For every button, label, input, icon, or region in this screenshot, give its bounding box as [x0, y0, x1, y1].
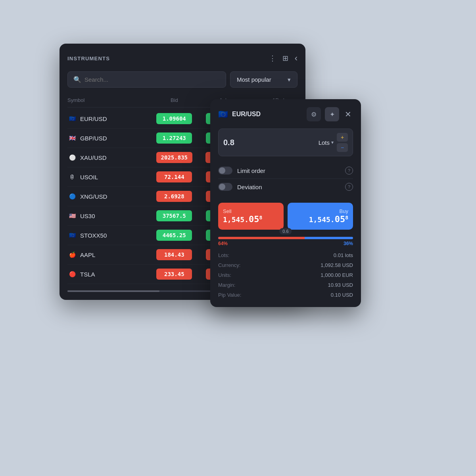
stepper-minus-button[interactable]: − — [337, 143, 348, 152]
trading-panel: 🇪🇺 EUR/USD ⚙ ✦ ✕ 0.8 Lots ▾ + − — [210, 99, 361, 307]
symbol-cell: 🇪🇺 STOXX50 — [67, 230, 150, 240]
sentiment-sell-pct: 64% — [218, 241, 228, 246]
lot-type-arrow-icon: ▾ — [331, 140, 334, 145]
sparkle-button[interactable]: ✦ — [325, 107, 339, 121]
header-icons: ⋮ ⊞ ‹ — [269, 53, 298, 63]
bid-cell: 1.27243 — [150, 132, 199, 144]
flag-icon: 🇬🇧 — [67, 133, 77, 143]
bid-price[interactable]: 1.27243 — [156, 132, 192, 144]
deviation-toggle[interactable] — [218, 183, 232, 191]
grid-icon[interactable]: ⊞ — [282, 54, 288, 63]
bid-cell: 184.43 — [150, 249, 199, 260]
scrollbar-thumb[interactable] — [67, 290, 159, 292]
info-label: Units: — [218, 271, 286, 279]
close-icon: ✕ — [345, 110, 351, 119]
info-value: 10.93 USD — [286, 281, 353, 289]
info-value: 0.01 lots — [286, 251, 353, 259]
buy-button[interactable]: Buy 1,545.058 — [288, 203, 353, 230]
bid-price[interactable]: 233.45 — [156, 269, 192, 280]
deviation-info-icon[interactable]: ? — [345, 183, 353, 191]
lot-value[interactable]: 0.8 — [223, 138, 315, 147]
limit-order-row: Limit order ? — [218, 163, 353, 179]
symbol-cell: 🇪🇺 EUR/USD — [67, 114, 150, 123]
symbol-cell: ⚪ XAU/USD — [67, 153, 150, 162]
bid-price[interactable]: 2025.835 — [156, 152, 192, 163]
bid-price[interactable]: 37567.5 — [156, 210, 192, 221]
flag-icon: ⚪ — [67, 153, 77, 162]
buy-sell-row: Sell 1,545.058 Buy 1,545.058 0.6 — [218, 203, 353, 230]
info-label: Lots: — [218, 251, 286, 259]
symbol-cell: 🔴 TSLA — [67, 269, 150, 279]
limit-order-label: Limit order — [237, 167, 340, 174]
toggle-knob — [219, 167, 225, 174]
buy-price: 1,545.058 — [309, 215, 348, 224]
bid-cell: 37567.5 — [150, 210, 199, 221]
buy-label: Buy — [292, 208, 348, 214]
trading-symbol: EUR/USD — [232, 111, 261, 118]
sentiment-bar-section: 64% 36% — [218, 237, 353, 246]
sell-button[interactable]: Sell 1,545.058 — [218, 203, 284, 230]
bid-cell: 1.09604 — [150, 113, 199, 124]
sentiment-sell-fill — [218, 237, 305, 239]
info-value: 1,092.58 USD — [286, 261, 353, 269]
filter-icon: ⚙ — [311, 111, 317, 118]
flag-icon: 🇪🇺 — [67, 114, 77, 123]
col-symbol: Symbol — [67, 97, 150, 103]
stepper-plus-button[interactable]: + — [337, 133, 348, 142]
flag-icon: 🔵 — [67, 192, 77, 201]
filter-settings-button[interactable]: ⚙ — [307, 107, 321, 121]
search-box[interactable]: 🔍 — [67, 71, 226, 88]
bid-price[interactable]: 2.6928 — [156, 191, 192, 202]
flag-icon: 🇪🇺 — [67, 230, 77, 240]
symbol-cell: 🛢 USOIL — [67, 172, 150, 182]
symbol-name: XAU/USD — [80, 154, 107, 161]
bid-cell: 2.6928 — [150, 191, 199, 202]
bid-cell: 4465.25 — [150, 230, 199, 241]
symbol-cell: 🔵 XNG/USD — [67, 192, 150, 201]
bid-price[interactable]: 1.09604 — [156, 113, 192, 124]
spread-badge: 0.6 — [279, 228, 292, 234]
search-input[interactable] — [84, 76, 220, 83]
symbol-name: TSLA — [80, 271, 95, 278]
back-icon[interactable]: ‹ — [295, 53, 298, 63]
search-icon: 🔍 — [73, 76, 81, 83]
info-label: Pip Value: — [218, 291, 286, 299]
sell-price: 1,545.058 — [223, 215, 262, 224]
bid-price[interactable]: 4465.25 — [156, 230, 192, 241]
flag-icon: 🇺🇸 — [67, 211, 77, 221]
bid-price[interactable]: 184.43 — [156, 249, 192, 260]
stepper-col: + − — [337, 133, 348, 152]
col-bid: Bid — [150, 97, 199, 103]
symbol-name: AAPL — [80, 251, 95, 258]
info-value: 1,000.00 EUR — [286, 271, 353, 279]
info-grid: Lots:0.01 lotsCurrency:1,092.58 USDUnits… — [218, 251, 353, 299]
symbol-cell: 🇬🇧 GBP/USD — [67, 133, 150, 143]
symbol-cell: 🇺🇸 US30 — [67, 211, 150, 221]
limit-order-toggle[interactable] — [218, 167, 232, 175]
sentiment-buy-pct: 36% — [344, 241, 353, 246]
lot-row: 0.8 Lots ▾ + − — [218, 129, 353, 156]
symbol-name: EUR/USD — [80, 115, 107, 122]
lot-type[interactable]: Lots ▾ — [319, 139, 334, 146]
symbol-name: US30 — [80, 213, 95, 219]
panel-title: INSTRUMENTS — [67, 56, 110, 61]
more-vert-icon[interactable]: ⋮ — [269, 54, 276, 63]
sentiment-labels: 64% 36% — [218, 241, 353, 246]
deviation-label: Deviation — [237, 184, 340, 190]
bid-price[interactable]: 72.144 — [156, 171, 192, 182]
toggle-knob-2 — [219, 184, 225, 190]
sparkle-icon: ✦ — [330, 111, 335, 118]
sentiment-bar — [218, 237, 353, 239]
deviation-row: Deviation ? — [218, 179, 353, 195]
bid-cell: 233.45 — [150, 269, 199, 280]
flag-icon: 🔴 — [67, 269, 77, 279]
close-button[interactable]: ✕ — [343, 108, 353, 121]
symbol-name: STOXX50 — [80, 232, 107, 239]
search-filter-row: 🔍 Most popular ▾ — [67, 71, 298, 88]
bid-cell: 72.144 — [150, 171, 199, 182]
bid-cell: 2025.835 — [150, 152, 199, 163]
info-label: Margin: — [218, 281, 286, 289]
filter-dropdown[interactable]: Most popular ▾ — [230, 71, 298, 88]
symbol-name: USOIL — [80, 174, 98, 180]
limit-order-info-icon[interactable]: ? — [345, 167, 353, 175]
